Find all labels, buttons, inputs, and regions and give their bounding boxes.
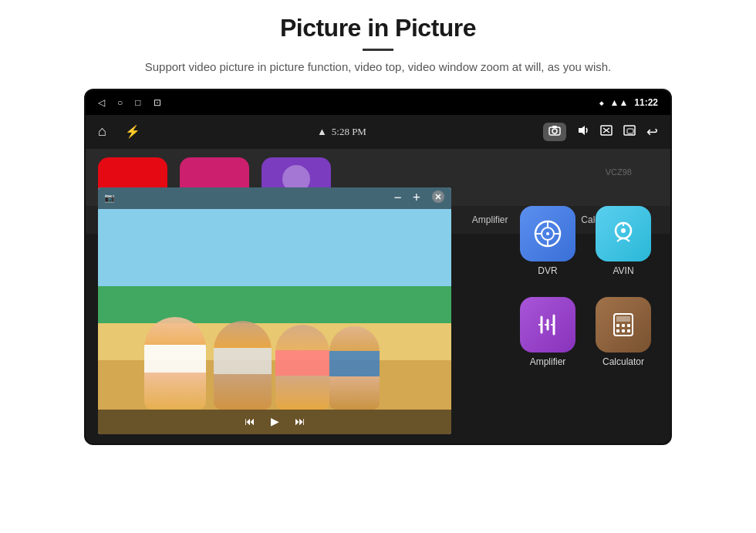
svg-rect-34 bbox=[622, 329, 625, 332]
svg-rect-31 bbox=[622, 324, 625, 327]
svg-marker-3 bbox=[579, 126, 585, 135]
square-icon[interactable]: □ bbox=[135, 97, 140, 108]
camera-icon[interactable] bbox=[543, 123, 566, 141]
page-title: Picture in Picture bbox=[280, 14, 476, 42]
app-icon-amplifier[interactable]: Amplifier bbox=[513, 297, 582, 382]
status-bar: ◁ ○ □ ⊡ ⬥ ▲▲ 11:22 bbox=[86, 90, 670, 115]
volume-icon[interactable] bbox=[577, 125, 589, 139]
app-grid: DVR AVIN bbox=[513, 206, 658, 382]
app-icon-calculator[interactable]: Calculator bbox=[589, 297, 658, 382]
amplifier-icon-img bbox=[520, 297, 575, 353]
amplifier-label: Amplifier bbox=[530, 356, 566, 367]
svg-point-1 bbox=[552, 129, 557, 133]
pip-maximize-icon[interactable]: + bbox=[413, 190, 420, 206]
status-bar-left: ◁ ○ □ ⊡ bbox=[98, 97, 161, 108]
home-circle-icon[interactable]: ○ bbox=[117, 97, 123, 108]
pip-play-icon[interactable]: ▶ bbox=[271, 415, 279, 428]
status-time: 11:22 bbox=[634, 97, 658, 108]
pip-resize-controls: − + bbox=[393, 190, 445, 207]
pip-camera-icon: 📷 bbox=[104, 193, 115, 203]
usb-icon[interactable]: ⚡ bbox=[125, 124, 140, 139]
download-icon[interactable]: ⊡ bbox=[154, 97, 161, 108]
dvr-label: DVR bbox=[538, 265, 557, 276]
back-arrow-icon[interactable]: ↩ bbox=[646, 123, 658, 140]
app-icon-dvr[interactable]: DVR bbox=[513, 206, 582, 291]
pip-playback-controls: ⏮ ▶ ⏭ bbox=[98, 410, 451, 434]
svg-point-14 bbox=[546, 232, 549, 235]
app-bar-right: ↩ bbox=[543, 123, 658, 141]
svg-rect-29 bbox=[616, 316, 630, 322]
watermark: VCZ98 bbox=[606, 167, 632, 177]
main-content: 📷 − + bbox=[86, 149, 670, 234]
dvr-icon-img bbox=[520, 206, 575, 261]
window-icon[interactable] bbox=[623, 125, 636, 139]
content-area: 📷 − + bbox=[86, 203, 670, 206]
close-box-icon[interactable] bbox=[600, 125, 613, 139]
pip-video-overlay[interactable]: 📷 − + bbox=[98, 187, 451, 434]
device-frame: ◁ ○ □ ⊡ ⬥ ▲▲ 11:22 ⌂ ⚡ ▲ 5:28 PM bbox=[84, 89, 672, 445]
title-divider bbox=[363, 49, 393, 51]
svg-rect-32 bbox=[627, 324, 630, 327]
home-icon[interactable]: ⌂ bbox=[98, 123, 106, 140]
svg-rect-33 bbox=[616, 329, 619, 332]
pip-minimize-icon[interactable]: − bbox=[393, 190, 401, 206]
calculator-label: Calculator bbox=[602, 356, 644, 367]
pip-forward-icon[interactable]: ⏭ bbox=[295, 416, 305, 428]
app-bar: ⌂ ⚡ ▲ 5:28 PM bbox=[86, 115, 670, 149]
pip-close-icon[interactable] bbox=[431, 190, 445, 207]
pip-top-bar: 📷 − + bbox=[98, 187, 451, 209]
avin-icon-img bbox=[596, 206, 651, 261]
location-icon: ⬥ bbox=[599, 97, 604, 108]
pip-rewind-icon[interactable]: ⏮ bbox=[245, 416, 255, 428]
app-bar-time: 5:28 PM bbox=[332, 126, 366, 138]
avin-label: AVIN bbox=[613, 265, 633, 276]
back-icon[interactable]: ◁ bbox=[98, 97, 105, 108]
signal-icon: ▲▲ bbox=[610, 97, 629, 108]
svg-rect-30 bbox=[616, 324, 619, 327]
page-wrapper: Picture in Picture Support video picture… bbox=[0, 0, 756, 533]
app-icon-avin[interactable]: AVIN bbox=[589, 206, 658, 291]
svg-rect-8 bbox=[627, 129, 633, 133]
app-bar-center: ▲ 5:28 PM bbox=[317, 126, 366, 138]
svg-rect-35 bbox=[627, 329, 630, 332]
app-bar-left: ⌂ ⚡ bbox=[98, 123, 140, 140]
calculator-icon-img bbox=[596, 297, 651, 353]
svg-point-20 bbox=[621, 228, 626, 233]
beach-scene bbox=[98, 187, 451, 434]
page-subtitle: Support video picture in picture functio… bbox=[145, 59, 611, 76]
wifi-small-icon: ▲ bbox=[317, 126, 327, 138]
svg-rect-2 bbox=[552, 126, 557, 128]
status-bar-right: ⬥ ▲▲ 11:22 bbox=[599, 97, 658, 108]
